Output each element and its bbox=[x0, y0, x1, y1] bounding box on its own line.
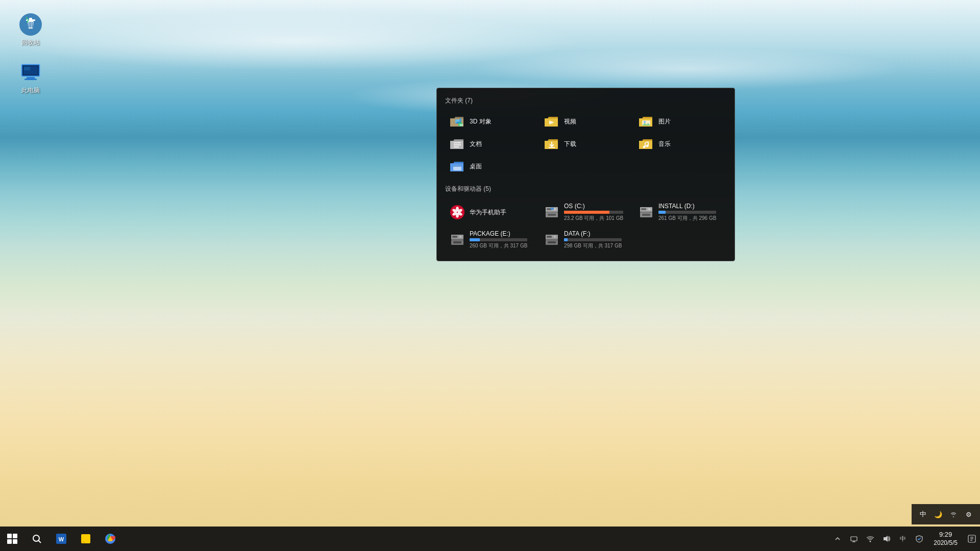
svg-rect-61 bbox=[546, 240, 558, 240]
data-f-bar-container bbox=[564, 238, 622, 241]
tray-ime[interactable]: 中 bbox=[895, 527, 911, 551]
os-c-info: OS (C:) 23.2 GB 可用，共 101 GB bbox=[564, 203, 623, 222]
folder-pictures[interactable]: 图片 bbox=[634, 111, 726, 132]
huawei-name: 华为手机助手 bbox=[470, 208, 506, 217]
svg-rect-20 bbox=[454, 142, 461, 143]
chevron-up-icon bbox=[835, 536, 841, 542]
os-c-bar-container bbox=[564, 211, 623, 214]
tray-network[interactable] bbox=[846, 527, 862, 551]
svg-rect-43 bbox=[551, 209, 552, 210]
drive-install-d-icon bbox=[638, 204, 654, 220]
svg-rect-40 bbox=[548, 214, 556, 216]
drive-package-e[interactable]: PACKAGE (E:) 260 GB 可用，共 317 GB bbox=[445, 227, 537, 253]
taskbar-chrome-app[interactable] bbox=[98, 527, 122, 551]
svg-rect-23 bbox=[549, 147, 555, 148]
svg-rect-22 bbox=[454, 146, 459, 147]
system-corner-icons: 中 🌙 ⚙ bbox=[912, 504, 980, 524]
data-f-info: DATA (F:) 298 GB 可用，共 317 GB bbox=[564, 230, 622, 249]
this-pc-icon[interactable]: 此电脑 bbox=[10, 58, 51, 96]
drive-install-d[interactable]: INSTALL (D:) 261 GB 可用，共 296 GB bbox=[634, 199, 726, 225]
folder-desktop-icon bbox=[449, 159, 465, 173]
folder-3d-icon: 3D bbox=[449, 114, 465, 129]
desktop-icons: 回收站 此电脑 bbox=[10, 10, 51, 96]
huawei-info: 华为手机助手 bbox=[470, 208, 506, 217]
folder-documents[interactable]: 文档 bbox=[445, 134, 537, 154]
svg-rect-55 bbox=[451, 240, 463, 240]
svg-rect-27 bbox=[453, 165, 461, 167]
svg-rect-47 bbox=[641, 208, 646, 210]
svg-text:3D: 3D bbox=[459, 123, 463, 127]
chrome-icon bbox=[104, 533, 116, 545]
drives-section-title: 设备和驱动器 (5) bbox=[445, 185, 726, 193]
folder-desktop[interactable]: 桌面 bbox=[445, 156, 537, 177]
folder-3d-objects[interactable]: 3D 3D 对象 bbox=[445, 111, 537, 132]
huawei-phone-icon bbox=[449, 204, 465, 220]
data-f-bar bbox=[564, 238, 568, 241]
settings-corner-icon[interactable]: ⚙ bbox=[962, 506, 976, 522]
folder-music[interactable]: 音乐 bbox=[634, 134, 726, 154]
drive-os-c-icon bbox=[544, 204, 560, 220]
notification-icon bbox=[968, 535, 976, 543]
word-icon: W bbox=[55, 533, 67, 545]
drives-grid: 华为手机助手 bbox=[445, 199, 726, 253]
recycle-bin-icon[interactable]: 回收站 bbox=[10, 10, 51, 48]
folders-grid: 3D 3D 对象 视频 bbox=[445, 111, 726, 177]
drive-data-f[interactable]: DATA (F:) 298 GB 可用，共 317 GB bbox=[540, 227, 632, 253]
taskbar-apps: W bbox=[49, 527, 122, 551]
svg-rect-49 bbox=[640, 212, 652, 213]
drive-huawei-phone[interactable]: 华为手机助手 bbox=[445, 199, 537, 225]
svg-rect-11 bbox=[24, 67, 30, 70]
this-pc-image bbox=[18, 60, 43, 85]
start-button[interactable] bbox=[0, 527, 24, 551]
svg-rect-41 bbox=[551, 208, 552, 209]
svg-rect-50 bbox=[642, 214, 650, 216]
file-explorer-popup: 文件夹 (7) 3D 3D 对象 bbox=[436, 88, 735, 261]
svg-rect-2 bbox=[29, 18, 32, 20]
desktop: 回收站 此电脑 文件夹 (7) bbox=[0, 0, 980, 551]
taskbar: W bbox=[0, 527, 980, 551]
this-pc-label: 此电脑 bbox=[21, 87, 40, 94]
notification-button[interactable] bbox=[964, 527, 980, 551]
svg-rect-9 bbox=[24, 79, 37, 80]
data-f-name: DATA (F:) bbox=[564, 230, 622, 237]
folder-documents-label: 文档 bbox=[470, 140, 482, 148]
package-e-space: 260 GB 可用，共 317 GB bbox=[470, 242, 527, 249]
install-d-name: INSTALL (D:) bbox=[658, 203, 716, 210]
folder-videos-icon bbox=[544, 114, 560, 129]
ime-corner-icon[interactable]: 中 bbox=[916, 506, 930, 522]
package-e-info: PACKAGE (E:) 260 GB 可用，共 317 GB bbox=[470, 230, 527, 249]
recycle-bin-label: 回收站 bbox=[21, 39, 40, 46]
tray-security[interactable] bbox=[911, 527, 927, 551]
svg-rect-71 bbox=[851, 537, 857, 541]
svg-rect-44 bbox=[552, 209, 554, 210]
svg-rect-62 bbox=[548, 241, 556, 243]
install-d-bar bbox=[658, 211, 666, 214]
network-icon bbox=[850, 535, 858, 543]
wifi-icon bbox=[866, 535, 874, 543]
tray-volume[interactable] bbox=[878, 527, 895, 551]
data-f-space: 298 GB 可用，共 317 GB bbox=[564, 242, 622, 249]
folder-desktop-label: 桌面 bbox=[470, 162, 482, 171]
tray-wifi[interactable] bbox=[862, 527, 878, 551]
stickynotes-icon bbox=[80, 533, 92, 545]
taskbar-stickynotes-app[interactable] bbox=[74, 527, 98, 551]
drive-os-c[interactable]: OS (C:) 23.2 GB 可用，共 101 GB bbox=[540, 199, 632, 225]
package-e-bar bbox=[470, 238, 480, 241]
svg-text:W: W bbox=[59, 536, 64, 542]
folders-section-title: 文件夹 (7) bbox=[445, 96, 726, 105]
search-icon bbox=[32, 534, 42, 544]
search-button[interactable] bbox=[24, 527, 49, 551]
svg-rect-39 bbox=[546, 212, 558, 213]
taskbar-word-app[interactable]: W bbox=[49, 527, 74, 551]
tray-chevron[interactable] bbox=[829, 527, 846, 551]
drive-package-e-icon bbox=[449, 232, 465, 248]
svg-point-48 bbox=[648, 208, 650, 210]
folder-videos[interactable]: 视频 bbox=[540, 111, 632, 132]
package-e-bar-container bbox=[470, 238, 527, 241]
moon-corner-icon[interactable]: 🌙 bbox=[931, 506, 945, 522]
taskbar-clock[interactable]: 9:29 2020/5/5 bbox=[927, 527, 964, 551]
folder-downloads[interactable]: 下载 bbox=[540, 134, 632, 154]
wifi-corner-icon[interactable] bbox=[946, 506, 961, 522]
folder-music-icon bbox=[638, 137, 654, 151]
svg-rect-56 bbox=[453, 241, 461, 243]
